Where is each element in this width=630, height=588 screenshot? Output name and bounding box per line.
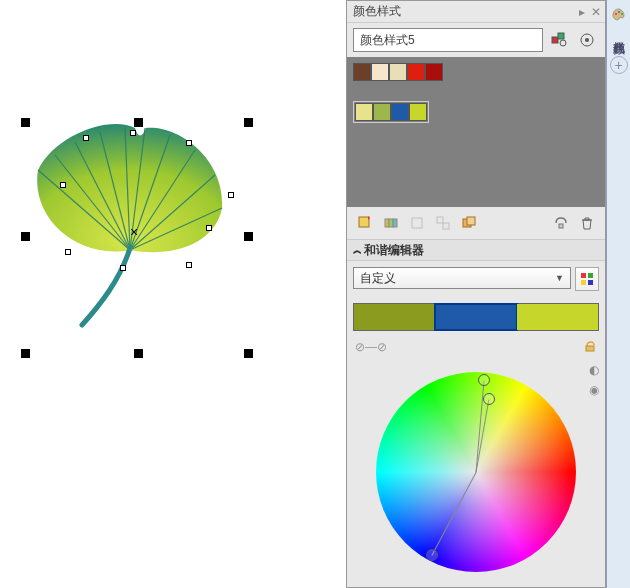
svg-point-2 <box>560 40 566 46</box>
svg-rect-7 <box>389 219 393 227</box>
harmony-type-dropdown[interactable]: 自定义 ▼ <box>353 267 571 289</box>
panel-title-bar[interactable]: 颜色样式 ▸ ✕ <box>347 1 605 23</box>
swatch-list[interactable] <box>347 57 605 207</box>
docked-tab[interactable]: 颜色样式 + <box>606 0 630 588</box>
harmony-section-header[interactable]: ︽ 和谐编辑器 <box>347 239 605 261</box>
svg-rect-8 <box>393 219 397 227</box>
color-swatch[interactable] <box>371 63 389 81</box>
preview-icon[interactable] <box>547 28 571 52</box>
edit-icon[interactable] <box>405 211 429 235</box>
harmony-swatch[interactable] <box>354 304 435 330</box>
node-handle[interactable] <box>120 265 126 271</box>
svg-rect-14 <box>559 224 563 228</box>
select-unused-icon[interactable] <box>549 211 573 235</box>
color-swatch[interactable] <box>353 63 371 81</box>
color-swatch[interactable] <box>355 103 373 121</box>
selection-handle[interactable] <box>21 232 30 241</box>
selection-handle[interactable] <box>134 118 143 127</box>
selection-handle[interactable] <box>244 349 253 358</box>
svg-rect-13 <box>467 217 475 225</box>
svg-rect-10 <box>437 217 443 223</box>
delete-icon[interactable] <box>575 211 599 235</box>
wheel-marker[interactable] <box>426 549 438 561</box>
svg-rect-1 <box>558 33 564 39</box>
svg-rect-0 <box>552 37 558 43</box>
wheel-mode-2-icon[interactable]: ◉ <box>589 383 599 397</box>
convert-icon[interactable] <box>431 211 455 235</box>
harmony-swatch[interactable] <box>517 304 598 330</box>
harmony-swatch-bar[interactable] <box>353 303 599 331</box>
selection-center: × <box>130 224 138 240</box>
harmony-swatch[interactable] <box>435 304 516 330</box>
svg-point-22 <box>621 13 623 15</box>
svg-rect-11 <box>443 223 449 229</box>
svg-rect-15 <box>581 273 586 278</box>
action-toolbar <box>347 207 605 239</box>
svg-rect-17 <box>581 280 586 285</box>
link-icon[interactable]: ⊘—⊘ <box>355 340 387 354</box>
color-swatch[interactable] <box>409 103 427 121</box>
selection-handle[interactable] <box>244 118 253 127</box>
color-swatch[interactable] <box>407 63 425 81</box>
add-panel-icon[interactable]: + <box>610 56 628 74</box>
lock-icon[interactable] <box>583 339 597 356</box>
svg-point-21 <box>618 11 620 13</box>
harmony-type-value: 自定义 <box>360 270 396 287</box>
harmony-title: 和谐编辑器 <box>364 242 424 259</box>
svg-rect-5 <box>359 217 369 227</box>
palette-icon[interactable] <box>610 6 628 24</box>
node-handle[interactable] <box>60 182 66 188</box>
chevron-down-icon: ▼ <box>555 273 564 283</box>
color-swatch[interactable] <box>391 103 409 121</box>
selection-handle[interactable] <box>134 349 143 358</box>
harmony-picker-icon[interactable] <box>575 267 599 291</box>
new-color-style-button[interactable] <box>353 211 377 235</box>
eyedropper-icon[interactable] <box>575 28 599 52</box>
node-handle[interactable] <box>83 135 89 141</box>
panel-close-icon[interactable]: ✕ <box>591 5 601 19</box>
svg-point-20 <box>615 13 617 15</box>
panel-menu-icon[interactable]: ▸ <box>579 5 585 19</box>
selection-handle[interactable] <box>21 349 30 358</box>
wheel-marker[interactable] <box>478 374 490 386</box>
node-handle[interactable] <box>228 192 234 198</box>
leaf-artwork[interactable] <box>20 110 240 330</box>
color-wheel[interactable]: ◐ ◉ <box>347 357 605 587</box>
svg-rect-16 <box>588 273 593 278</box>
selection-handle[interactable] <box>21 118 30 127</box>
svg-rect-19 <box>586 346 594 351</box>
svg-rect-6 <box>385 219 389 227</box>
color-swatch[interactable] <box>373 103 391 121</box>
merge-icon[interactable] <box>457 211 481 235</box>
node-handle[interactable] <box>65 249 71 255</box>
selection-handle[interactable] <box>244 232 253 241</box>
node-handle[interactable] <box>186 140 192 146</box>
color-styles-panel: 颜色样式 ▸ ✕ ︽ 和谐编辑器 自定义 ▼ ⊘—⊘ <box>346 0 606 588</box>
svg-rect-18 <box>588 280 593 285</box>
collapse-icon[interactable]: ︽ <box>353 244 360 257</box>
new-harmony-button[interactable] <box>379 211 403 235</box>
panel-title: 颜色样式 <box>353 3 401 20</box>
node-handle[interactable] <box>130 130 136 136</box>
canvas[interactable]: × <box>0 0 346 588</box>
node-handle[interactable] <box>186 262 192 268</box>
wheel-mode-1-icon[interactable]: ◐ <box>589 363 599 377</box>
wheel-marker[interactable] <box>483 393 495 405</box>
svg-point-4 <box>585 38 589 42</box>
svg-rect-9 <box>412 218 422 228</box>
style-name-input[interactable] <box>353 28 543 52</box>
color-swatch[interactable] <box>389 63 407 81</box>
color-swatch[interactable] <box>425 63 443 81</box>
node-handle[interactable] <box>206 225 212 231</box>
